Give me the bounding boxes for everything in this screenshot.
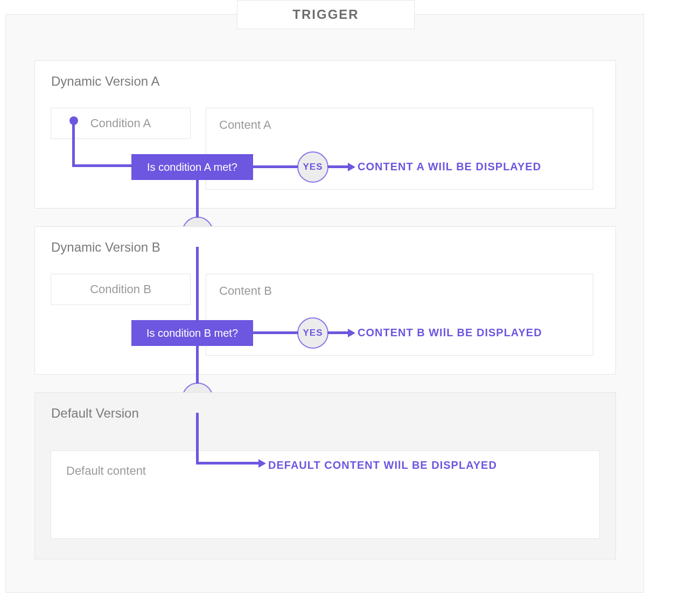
decision-b-label: Is condition B met? (146, 327, 238, 339)
trigger-header: TRIGGER (237, 0, 415, 29)
condition-b-label: Condition B (90, 282, 151, 296)
content-a-box: Content A (206, 108, 593, 190)
flow-line (196, 180, 199, 218)
flow-line (327, 331, 349, 334)
panel-b-title: Dynamic Version B (35, 227, 615, 255)
result-default-text: DEFAULT CONTENT WIlL BE DISPLAYED (268, 459, 497, 472)
decision-b: Is condition B met? (131, 320, 253, 346)
flow-line (72, 164, 132, 167)
yes-a-node: YES (297, 151, 328, 183)
panel-default-title: Default Version (35, 393, 615, 421)
panel-a-title: Dynamic Version A (35, 61, 615, 89)
yes-b-node: YES (297, 317, 328, 349)
arrow-right-icon (348, 163, 355, 171)
arrow-right-icon (258, 459, 266, 468)
content-a-label: Content A (219, 118, 271, 132)
flow-line (196, 413, 199, 463)
condition-b-box: Condition B (51, 274, 191, 305)
flow-line (196, 247, 199, 321)
content-b-label: Content B (219, 284, 272, 298)
content-b-box: Content B (206, 274, 593, 356)
condition-a-label: Condition A (90, 116, 151, 130)
default-content-label: Default content (66, 464, 146, 478)
flow-line (196, 462, 260, 465)
trigger-label: TRIGGER (292, 7, 359, 22)
result-a-text: CONTENT A WIlL BE DISPLAYED (358, 161, 541, 173)
diagram-canvas: TRIGGER Dynamic Version A Condition A Co… (0, 0, 700, 610)
yes-b-label: YES (303, 328, 323, 338)
result-b-text: CONTENT B WIlL BE DISPLAYED (358, 327, 542, 339)
flow-line (253, 165, 298, 168)
decision-a-label: Is condition A met? (147, 161, 237, 174)
flow-line (72, 123, 75, 167)
flow-line (196, 346, 199, 384)
yes-a-label: YES (303, 162, 323, 172)
flow-line (327, 165, 349, 168)
arrow-right-icon (348, 329, 355, 337)
decision-a: Is condition A met? (131, 154, 253, 180)
flow-line (253, 331, 298, 334)
